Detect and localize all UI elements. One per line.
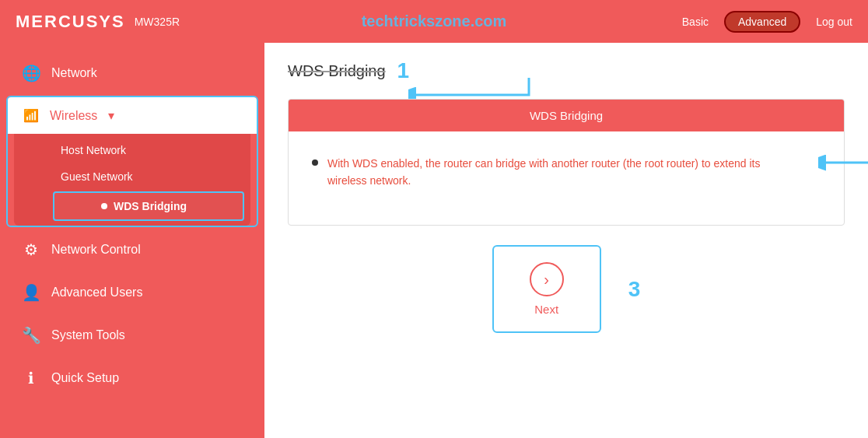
sidebar-network-label: Network [51,66,97,80]
next-label: Next [534,303,558,316]
content-wrapper: WDS Bridging 1 WDS Bridging [288,58,845,333]
step-3-label: 3 [628,277,641,302]
guest-network-label: Guest Network [61,170,133,183]
wds-description: With WDS enabled, the router can bridge … [312,155,821,190]
network-icon: 🌐 [22,64,40,82]
watermark: techtrickszone.com [362,12,507,30]
nav-logout[interactable]: Log out [816,16,852,28]
nav-advanced[interactable]: Advanced [724,11,800,33]
wds-description-text: With WDS enabled, the router can bridge … [327,155,779,190]
step-1-label: 1 [397,58,410,83]
main-layout: 🌐 Network 📶 Wireless ▾ Host Network Gues… [0,43,868,438]
next-button[interactable]: › Next [492,245,601,333]
next-circle-icon: › [530,262,564,296]
sidebar-quick-setup-label: Quick Setup [51,371,119,385]
sidebar-wireless-label: Wireless [50,109,97,123]
step-2-annotation: 2 [818,147,868,178]
arrow-2 [818,147,868,178]
wds-section-header: WDS Bridging [289,100,844,131]
wireless-icon: 📶 [23,108,39,123]
wireless-container: 📶 Wireless ▾ Host Network Guest Network … [6,96,258,227]
host-network-label: Host Network [61,144,126,156]
sidebar-system-tools-label: System Tools [51,328,125,342]
sidebar: 🌐 Network 📶 Wireless ▾ Host Network Gues… [0,43,264,438]
active-dot [101,203,107,209]
brand-model: MW325R [135,16,180,28]
wds-bridging-label: WDS Bridging [114,200,187,212]
system-tools-icon: 🔧 [22,326,40,345]
step-2-area: WDS Bridging With WDS enabled, the route… [288,99,845,226]
chevron-down-icon: ▾ [108,108,114,123]
submenu-wds-bridging[interactable]: WDS Bridging [53,191,244,221]
sidebar-item-network-control[interactable]: ⚙ Network Control [6,230,258,270]
page-title: WDS Bridging [288,62,386,80]
sidebar-item-quick-setup[interactable]: ℹ Quick Setup [6,358,258,398]
bullet-point [312,159,318,166]
network-control-icon: ⚙ [22,240,40,259]
nav-basic[interactable]: Basic [682,16,709,28]
header: MERCUSYS MW325R techtrickszone.com Basic… [0,0,868,43]
sidebar-item-advanced-users[interactable]: 👤 Advanced Users [6,272,258,313]
quick-setup-icon: ℹ [22,369,40,387]
sidebar-item-system-tools[interactable]: 🔧 System Tools [6,315,258,356]
header-left: MERCUSYS MW325R [16,12,180,32]
chevron-right-icon: › [544,271,549,289]
sidebar-network-control-label: Network Control [51,243,141,257]
submenu-host-network[interactable]: Host Network [14,137,250,163]
advanced-users-icon: 👤 [22,283,40,302]
header-nav: Basic Advanced Log out [682,11,852,33]
sidebar-item-network[interactable]: 🌐 Network [6,53,258,93]
page-title-area: WDS Bridging 1 [288,58,845,83]
wds-section: WDS Bridging With WDS enabled, the route… [288,99,845,226]
sidebar-item-wireless[interactable]: 📶 Wireless ▾ [8,97,257,134]
wireless-submenu: Host Network Guest Network WDS Bridging [14,134,250,226]
next-button-area: › Next 3 [288,245,845,333]
content-area: WDS Bridging 1 WDS Bridging [264,43,868,438]
submenu-guest-network[interactable]: Guest Network [14,163,250,190]
sidebar-advanced-users-label: Advanced Users [51,286,142,300]
brand-name: MERCUSYS [16,12,125,32]
wds-section-body: With WDS enabled, the router can bridge … [289,131,844,225]
